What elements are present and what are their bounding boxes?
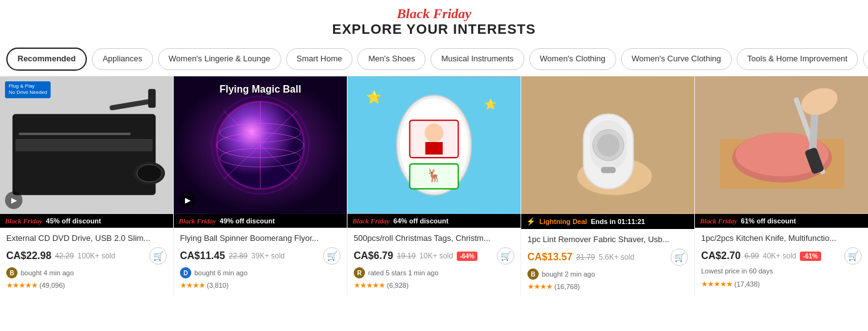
star-rating: ★★★★★: [6, 281, 37, 290]
page-header: Black Friday EXPLORE YOUR INTERESTS Reco…: [0, 0, 868, 76]
add-to-cart-button[interactable]: 🛒: [844, 247, 862, 265]
plug-play-badge: Plug & Play No Drive Needed: [5, 81, 51, 98]
sold-count: 5.6K+ sold: [599, 253, 634, 262]
price-row: CA$2.70 6.99 40K+ sold -61% 🛒: [701, 247, 862, 265]
price-row: CA$11.45 22.89 39K+ sold 🛒: [180, 247, 341, 265]
price-row: CA$13.57 31.79 5.6K+ sold 🛒: [527, 248, 688, 266]
current-price: CA$11.45: [180, 250, 225, 262]
svg-point-4: [137, 165, 162, 182]
star-rating: ★★★★★: [701, 280, 732, 288]
bf-logo: Black Friday: [700, 217, 737, 225]
buyer-info: B bought 4 min ago: [6, 267, 167, 278]
lightning-label: Lightning Deal: [539, 218, 587, 225]
review-count: (6,928): [387, 282, 409, 289]
sold-count: 100K+ sold: [77, 252, 115, 260]
add-to-cart-button[interactable]: 🛒: [323, 247, 341, 265]
tab-womens-curve[interactable]: Women's Curve Clothing: [621, 48, 732, 70]
tab-womens-lingerie[interactable]: Women's Lingerie & Lounge: [158, 48, 281, 70]
star-rating: ★★★★: [527, 282, 552, 291]
current-price: CA$22.98: [6, 250, 51, 262]
stars-row: ★★★★★ (17,438): [701, 280, 862, 288]
add-to-cart-button[interactable]: 🛒: [149, 247, 167, 265]
discount-badge: -61%: [800, 252, 821, 261]
sold-count: 39K+ sold: [251, 252, 285, 260]
lightning-icon: ⚡: [526, 217, 536, 226]
discount-badge: -64%: [457, 252, 477, 261]
buyer-text: bought 4 min ago: [21, 269, 74, 277]
product-image-container[interactable]: Plug & Play No Drive Needed ▶: [0, 76, 173, 214]
svg-point-33: [597, 134, 620, 156]
buyer-info: R rated 5 stars 1 min ago: [354, 267, 514, 278]
product-title: 1pc/2pcs Kitchen Knife, Multifunctio...: [701, 233, 862, 244]
product-title: 1pc Lint Remover Fabric Shaver, Usb...: [527, 234, 688, 245]
lowest-price-text: Lowest price in 60 days: [701, 267, 773, 275]
flying-ball-label: Flying Magic Ball: [174, 84, 347, 95]
black-friday-label: Black Friday: [0, 6, 868, 21]
product-title: External CD DVD Drive, USB 2.0 Slim...: [6, 233, 167, 244]
product-card: Black Friday 61% off discount 1pc/2pcs K…: [695, 76, 868, 296]
tab-appliances[interactable]: Appliances: [92, 48, 153, 70]
product-info: Flying Ball Spinner Boomerang Flyor... C…: [174, 228, 347, 295]
price-row: CA$22.98 42.29 100K+ sold 🛒: [6, 247, 167, 265]
buyer-info: Lowest price in 60 days: [701, 267, 862, 277]
product-image-container[interactable]: [695, 76, 868, 214]
discount-banner: Black Friday 45% off discount: [0, 214, 173, 228]
discount-banner: ⚡ Lightning Deal Ends in 01:11:21: [521, 214, 694, 229]
explore-title: EXPLORE YOUR INTERESTS: [0, 21, 868, 38]
stars-row: ★★★★★ (49,096): [6, 281, 167, 290]
sold-count: 10K+ sold: [419, 252, 453, 260]
current-price: CA$2.70: [701, 250, 741, 262]
buyer-text: rated 5 stars 1 min ago: [368, 269, 439, 277]
sold-count: 40K+ sold: [763, 252, 797, 260]
stars-row: ★★★★ (16,768): [527, 282, 688, 291]
product-title: 500pcs/roll Christmas Tags, Christm...: [354, 233, 514, 244]
svg-point-22: [425, 123, 444, 142]
old-price: 19.19: [397, 252, 416, 260]
play-button[interactable]: ▶: [5, 191, 22, 209]
product-info: 1pc/2pcs Kitchen Knife, Multifunctio... …: [695, 228, 868, 293]
bf-logo: Black Friday: [352, 217, 390, 225]
svg-rect-34: [601, 167, 616, 173]
discount-label: 64% off discount: [394, 217, 516, 225]
tabs-more-button[interactable]: ›: [863, 48, 868, 71]
svg-rect-1: [12, 114, 156, 195]
svg-rect-7: [148, 89, 156, 108]
review-count: (16,768): [554, 283, 580, 290]
old-price: 42.29: [55, 252, 74, 260]
tab-mens-shoes[interactable]: Men's Shoes: [357, 48, 426, 70]
play-button[interactable]: ▶: [179, 191, 196, 209]
review-count: (17,438): [734, 280, 760, 288]
svg-rect-2: [16, 139, 152, 151]
stars-row: ★★★★★ (6,928): [354, 281, 514, 290]
tab-musical-instruments[interactable]: Musical Instruments: [431, 48, 524, 70]
product-card: Plug & Play No Drive Needed ▶ Black Frid…: [0, 76, 174, 296]
tab-tools-home[interactable]: Tools & Home Improvement: [737, 48, 858, 70]
stars-row: ★★★★ (3,810): [180, 281, 341, 290]
old-price: 31.79: [576, 253, 595, 262]
avatar: B: [527, 268, 539, 280]
product-card: Flying Magic Ball ▶ Black Friday 49% off…: [174, 76, 347, 296]
svg-rect-5: [19, 133, 131, 135]
svg-text:⭐: ⭐: [484, 98, 497, 110]
bf-logo: Black Friday: [179, 217, 216, 225]
review-count: (49,096): [39, 282, 65, 289]
product-info: 1pc Lint Remover Fabric Shaver, Usb... C…: [521, 229, 694, 296]
tab-womens-clothing[interactable]: Women's Clothing: [529, 48, 616, 70]
products-grid: Plug & Play No Drive Needed ▶ Black Frid…: [0, 76, 868, 296]
product-image-container[interactable]: [521, 76, 694, 214]
old-price: 6.99: [744, 252, 759, 260]
bf-logo: Black Friday: [5, 217, 42, 225]
tab-recommended[interactable]: Recommended: [6, 48, 87, 71]
product-image: [695, 76, 868, 214]
add-to-cart-button[interactable]: 🛒: [671, 248, 688, 266]
discount-label: Ends in 01:11:21: [591, 218, 689, 225]
star-rating: ★★★★★: [354, 281, 385, 290]
add-to-cart-button[interactable]: 🛒: [497, 247, 514, 265]
review-count: (3,810): [207, 282, 229, 289]
avatar: D: [180, 267, 191, 278]
product-image-container[interactable]: 🦌 ⭐ ⭐: [347, 76, 521, 214]
product-image-container[interactable]: Flying Magic Ball ▶: [174, 76, 347, 214]
discount-banner: Black Friday 49% off discount: [174, 214, 347, 228]
tab-smart-home[interactable]: Smart Home: [286, 48, 353, 70]
price-row: CA$6.79 19.19 10K+ sold -64% 🛒: [354, 247, 514, 265]
